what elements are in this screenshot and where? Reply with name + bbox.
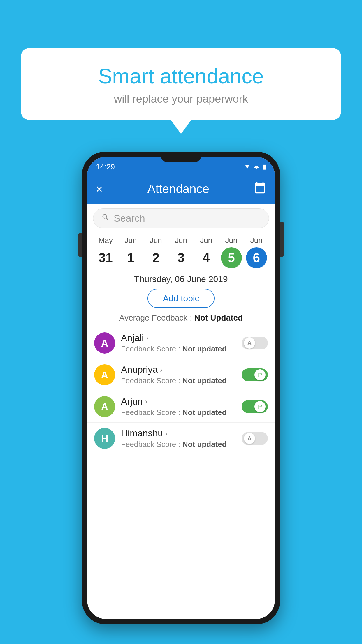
cal-day-1[interactable]: Jun 1 bbox=[119, 236, 142, 268]
toggle-arjun[interactable]: P bbox=[242, 400, 268, 413]
student-item-anjali[interactable]: A Anjali › Feedback Score : Not updated … bbox=[87, 327, 275, 359]
cal-month-3: Jun bbox=[175, 236, 187, 245]
student-feedback-anupriya: Feedback Score : Not updated bbox=[121, 376, 236, 385]
cal-day-6[interactable]: Jun 6 bbox=[245, 236, 268, 268]
phone-screen: 14:29 ▼ ◂▸ ▮ × Attendance bbox=[87, 157, 275, 619]
avg-feedback-label: Average Feedback : bbox=[119, 313, 192, 322]
student-name-anjali: Anjali › bbox=[121, 332, 236, 343]
cal-month-5: Jun bbox=[225, 236, 238, 245]
add-topic-button[interactable]: Add topic bbox=[147, 289, 214, 308]
avatar-anjali: A bbox=[94, 332, 115, 354]
toggle-himanshu[interactable]: A bbox=[242, 432, 268, 445]
phone-notch bbox=[161, 152, 201, 162]
cal-month-6: Jun bbox=[250, 236, 263, 245]
speech-bubble: Smart attendance will replace your paper… bbox=[21, 48, 341, 120]
student-info-anupriya: Anupriya › Feedback Score : Not updated bbox=[121, 364, 236, 385]
student-list: A Anjali › Feedback Score : Not updated … bbox=[87, 327, 275, 454]
selected-date-label: Thursday, 06 June 2019 bbox=[87, 274, 275, 284]
cal-month-0: May bbox=[99, 236, 113, 245]
student-name-himanshu: Himanshu › bbox=[121, 428, 236, 439]
toggle-anjali[interactable]: A bbox=[242, 337, 268, 349]
student-info-anjali: Anjali › Feedback Score : Not updated bbox=[121, 332, 236, 354]
avatar-himanshu: H bbox=[94, 428, 115, 449]
bubble-title: Smart attendance bbox=[38, 64, 324, 88]
search-icon bbox=[101, 213, 110, 224]
cal-month-1: Jun bbox=[124, 236, 137, 245]
toggle-thumb-anupriya: P bbox=[254, 369, 266, 380]
student-feedback-anjali: Feedback Score : Not updated bbox=[121, 344, 236, 354]
toggle-thumb-anjali: A bbox=[244, 337, 255, 349]
cal-date-3: 3 bbox=[171, 247, 191, 268]
cal-date-1: 1 bbox=[120, 247, 141, 268]
app-bar: × Attendance bbox=[87, 174, 275, 204]
phone-wrapper: 14:29 ▼ ◂▸ ▮ × Attendance bbox=[82, 152, 280, 624]
search-bar[interactable]: Search bbox=[93, 208, 269, 228]
cal-date-6: 6 bbox=[246, 247, 267, 268]
phone-outer: 14:29 ▼ ◂▸ ▮ × Attendance bbox=[82, 152, 280, 624]
phone-side-btn-left bbox=[78, 233, 82, 257]
calendar-icon[interactable] bbox=[254, 182, 266, 197]
avatar-arjun: A bbox=[94, 396, 115, 417]
chevron-anupriya: › bbox=[160, 366, 162, 374]
signal-icon: ◂▸ bbox=[253, 163, 260, 171]
chevron-himanshu: › bbox=[165, 429, 168, 438]
student-name-anupriya: Anupriya › bbox=[121, 364, 236, 375]
battery-icon: ▮ bbox=[263, 163, 266, 171]
student-name-arjun: Arjun › bbox=[121, 396, 236, 407]
avatar-anupriya: A bbox=[94, 364, 115, 385]
close-icon[interactable]: × bbox=[96, 183, 103, 196]
cal-day-3[interactable]: Jun 3 bbox=[169, 236, 193, 268]
cal-date-5: 5 bbox=[221, 247, 242, 268]
student-item-anupriya[interactable]: A Anupriya › Feedback Score : Not update… bbox=[87, 359, 275, 391]
student-item-himanshu[interactable]: H Himanshu › Feedback Score : Not update… bbox=[87, 423, 275, 454]
toggle-thumb-arjun: P bbox=[254, 401, 266, 412]
student-feedback-himanshu: Feedback Score : Not updated bbox=[121, 440, 236, 449]
cal-month-2: Jun bbox=[150, 236, 162, 245]
student-item-arjun[interactable]: A Arjun › Feedback Score : Not updated P bbox=[87, 391, 275, 423]
cal-date-2: 2 bbox=[145, 247, 166, 268]
bubble-subtitle: will replace your paperwork bbox=[38, 93, 324, 105]
cal-day-5[interactable]: Jun 5 bbox=[220, 236, 243, 268]
search-text: Search bbox=[114, 213, 145, 224]
student-info-arjun: Arjun › Feedback Score : Not updated bbox=[121, 396, 236, 417]
student-info-himanshu: Himanshu › Feedback Score : Not updated bbox=[121, 428, 236, 449]
phone-side-btn-right bbox=[280, 222, 284, 257]
cal-month-4: Jun bbox=[200, 236, 212, 245]
cal-day-4[interactable]: Jun 4 bbox=[194, 236, 218, 268]
avg-feedback-value: Not Updated bbox=[194, 313, 243, 322]
cal-date-4: 4 bbox=[196, 247, 217, 268]
toggle-anupriya[interactable]: P bbox=[242, 368, 268, 381]
chevron-arjun: › bbox=[145, 398, 147, 406]
wifi-icon: ▼ bbox=[244, 163, 250, 171]
cal-day-2[interactable]: Jun 2 bbox=[144, 236, 168, 268]
cal-date-0: 31 bbox=[95, 247, 116, 268]
status-icons: ▼ ◂▸ ▮ bbox=[244, 163, 266, 171]
toggle-thumb-himanshu: A bbox=[244, 433, 255, 444]
status-time: 14:29 bbox=[96, 162, 115, 172]
app-bar-title: Attendance bbox=[108, 182, 248, 196]
chevron-anjali: › bbox=[146, 334, 148, 342]
cal-day-0[interactable]: May 31 bbox=[94, 236, 117, 268]
avg-feedback: Average Feedback : Not Updated bbox=[87, 313, 275, 323]
calendar-strip: May 31 Jun 1 Jun 2 Jun 3 Jun 4 bbox=[87, 233, 275, 268]
student-feedback-arjun: Feedback Score : Not updated bbox=[121, 408, 236, 417]
